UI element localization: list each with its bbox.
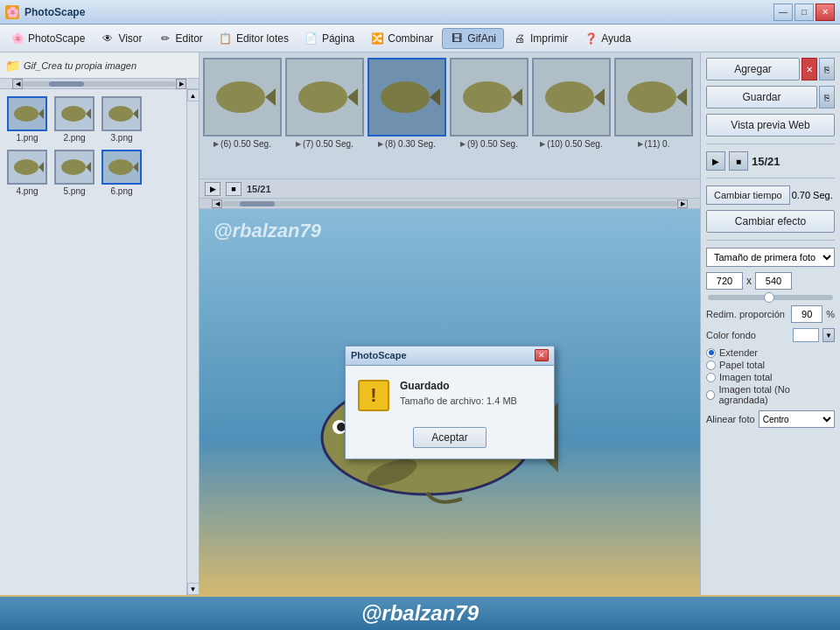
list-item[interactable]: 6.png [100, 148, 144, 198]
add-button[interactable]: Agregar [706, 58, 800, 80]
menu-gifani-label: GifAni [467, 32, 496, 45]
film-frame-8 [368, 58, 446, 136]
list-item[interactable]: ▶ (8) 0.30 Seg. [368, 58, 446, 149]
left-panel: 📁 Gif_Crea tu propia imagen ◀ ▶ [0, 52, 200, 595]
film-frame-6 [203, 58, 282, 136]
film-frame-10 [532, 58, 611, 136]
menu-editor-lotes[interactable]: 📋 Editor lotes [212, 29, 296, 48]
menu-ayuda-label: Ayuda [601, 32, 631, 45]
change-effect-button[interactable]: Cambiar efecto [706, 210, 835, 233]
play-button[interactable]: ▶ [205, 182, 220, 196]
menu-visor[interactable]: 👁 Visor [94, 29, 149, 48]
left-panel-scrollbar: ▲ ▼ [186, 89, 199, 595]
size-x-label: x [746, 275, 752, 287]
menu-combinar[interactable]: 🔀 Combinar [363, 29, 440, 48]
list-item[interactable]: ▶ (9) 0.50 Seg. [450, 58, 528, 149]
change-time-button[interactable]: Cambiar tiempo [706, 186, 790, 205]
size-dropdown[interactable]: Tamaño de primera foto [706, 248, 835, 267]
menu-pagina[interactable]: 📄 Página [298, 29, 361, 48]
imprimir-icon: 🖨 [513, 32, 527, 46]
stop-ctrl-button[interactable]: ■ [729, 151, 748, 171]
dialog-overlay: PhotoScape ✕ ! Guardado Tamaño de archiv… [200, 209, 700, 595]
film-label-11: ▶ (11) 0. [638, 139, 670, 149]
list-item[interactable]: 4.png [5, 148, 49, 198]
bottom-watermark: @rbalzan79 [361, 601, 479, 626]
svg-point-22 [463, 81, 512, 113]
menu-photoscape[interactable]: 🌸 PhotoScape [4, 29, 92, 48]
bottom-bar: @rbalzan79 [0, 595, 840, 630]
size-slider-thumb[interactable] [764, 292, 774, 303]
hscroll-track [23, 81, 176, 87]
menu-imprimir[interactable]: 🖨 Imprimir [506, 29, 575, 48]
vscroll-down-btn[interactable]: ▼ [187, 583, 200, 595]
thumb-label-2: 2.png [63, 133, 85, 143]
alinear-row: Alinear foto Centro [706, 410, 835, 428]
color-swatch[interactable] [793, 328, 819, 342]
folder-path: Gif_Crea tu propia imagen [24, 60, 136, 71]
hscroll2-thumb [240, 201, 275, 206]
stop-button[interactable]: ■ [226, 182, 242, 196]
svg-point-19 [381, 81, 430, 113]
hscroll2-right-btn[interactable]: ▶ [677, 200, 688, 208]
svg-marker-3 [86, 108, 91, 119]
save-button[interactable]: Guardar [706, 86, 817, 108]
playback-controls: ▶ ■ 15/21 [706, 151, 835, 171]
minimize-button[interactable]: — [774, 4, 793, 21]
menu-imprimir-label: Imprimir [530, 32, 568, 45]
close-button[interactable]: ✕ [816, 4, 835, 21]
list-item[interactable]: 1.png [5, 94, 49, 144]
svg-point-2 [61, 106, 86, 122]
remove-button[interactable]: ✕ [802, 58, 817, 80]
list-item[interactable]: ▶ (7) 0.50 Seg. [285, 58, 364, 149]
dialog-footer: Aceptar [346, 420, 554, 458]
thumbnail-grid: 1.png 2.png 3.png [0, 89, 186, 595]
maximize-button[interactable]: □ [794, 4, 814, 21]
radio-imagen-noagrand-circle [706, 390, 715, 400]
play-ctrl-button[interactable]: ▶ [706, 151, 725, 171]
list-item[interactable]: ▶ (11) 0. [614, 58, 693, 149]
change-effect-label: Cambiar efecto [735, 215, 806, 228]
list-item[interactable]: ▶ (10) 0.50 Seg. [532, 58, 611, 149]
thumb-image-2 [54, 96, 94, 131]
divider-2 [706, 178, 835, 178]
dialog-text: Guardado Tamaño de archivo: 1.4 MB [400, 380, 517, 406]
hscroll2-left-btn[interactable]: ◀ [212, 200, 222, 208]
menu-bar: 🌸 PhotoScape 👁 Visor ✏ Editor 📋 Editor l… [0, 24, 840, 52]
radio-imagen-label: Imagen total [719, 372, 773, 382]
radio-papel[interactable]: Papel total [706, 360, 835, 370]
hscroll-right-btn[interactable]: ▶ [176, 79, 186, 89]
height-input[interactable] [755, 272, 792, 290]
hscroll-left-btn[interactable]: ◀ [12, 79, 23, 89]
thumb-image-6 [102, 150, 142, 185]
save-copy-button[interactable]: ⎘ [819, 86, 835, 108]
radio-extender[interactable]: Extender [706, 347, 835, 358]
svg-point-8 [61, 159, 86, 175]
radio-imagen[interactable]: Imagen total [706, 372, 835, 382]
ayuda-icon: ❓ [584, 32, 598, 46]
app-icon: 🌸 [5, 5, 19, 19]
radio-imagen-noagrand[interactable]: Imagen total (No agrandada) [706, 384, 835, 405]
hscroll-bar: ◀ ▶ [200, 199, 700, 209]
dialog-close-button[interactable]: ✕ [535, 349, 549, 361]
menu-ayuda[interactable]: ❓ Ayuda [577, 29, 638, 48]
menu-editor[interactable]: ✏ Editor [151, 29, 210, 48]
color-arrow[interactable]: ▼ [822, 328, 835, 342]
redim-input[interactable] [791, 305, 822, 323]
vscroll-up-btn[interactable]: ▲ [187, 89, 200, 102]
list-item[interactable]: ▶ (6) 0.50 Seg. [203, 58, 282, 149]
dialog-ok-button[interactable]: Aceptar [413, 427, 486, 448]
warning-icon: ! [358, 380, 389, 411]
copy-button[interactable]: ⎘ [819, 58, 835, 80]
list-item[interactable]: 3.png [100, 94, 144, 144]
menu-editor-lotes-label: Editor lotes [236, 32, 289, 45]
menu-gifani[interactable]: 🎞 GifAni [442, 28, 504, 49]
hscroll2-track [222, 201, 677, 206]
width-input[interactable] [706, 272, 743, 290]
preview-web-button[interactable]: Vista previa Web [706, 114, 835, 136]
add-button-label: Agregar [734, 63, 772, 75]
menu-visor-label: Visor [118, 32, 142, 45]
radio-extender-circle [706, 348, 716, 358]
alinear-dropdown[interactable]: Centro [759, 410, 835, 428]
list-item[interactable]: 2.png [52, 94, 96, 144]
list-item[interactable]: 5.png [52, 148, 96, 198]
